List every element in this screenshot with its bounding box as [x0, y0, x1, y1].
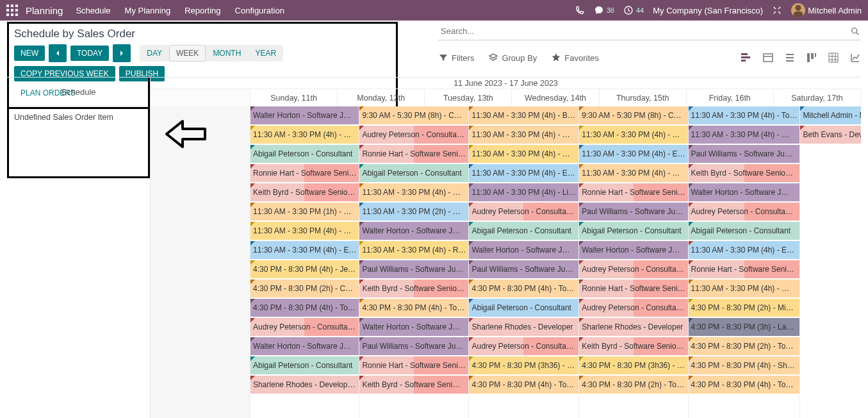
- schedule-slot[interactable]: Ronnie Hart - Software Seni…: [579, 183, 687, 203]
- phone-icon[interactable]: [575, 5, 585, 15]
- schedule-slot[interactable]: Keith Byrd - Software Seni…: [359, 376, 468, 395]
- schedule-slot[interactable]: Paul Williams - Software Ju…: [579, 203, 687, 222]
- schedule-slot[interactable]: 11:30 AM - 3:30 PM (4h) - …: [689, 280, 800, 299]
- schedule-slot[interactable]: 4:30 PM - 8:30 PM (4h) - Je…: [250, 260, 359, 280]
- schedule-slot[interactable]: 11:30 AM - 3:30 PM (4h) - R…: [359, 241, 468, 260]
- schedule-slot[interactable]: Mitchell Admin - Managem…: [800, 106, 861, 126]
- nav-item-reporting[interactable]: Reporting: [184, 6, 220, 15]
- nav-item-schedule[interactable]: Schedule: [76, 6, 110, 15]
- period-month-button[interactable]: MONTH: [206, 45, 248, 62]
- nav-item-configuration[interactable]: Configuration: [235, 6, 284, 15]
- search-icon[interactable]: [850, 26, 860, 37]
- schedule-slot[interactable]: Keith Byrd - Software Senio…: [250, 183, 359, 203]
- schedule-slot[interactable]: 4:30 PM - 8:30 PM (2h) - C…: [250, 280, 359, 299]
- next-button[interactable]: [113, 44, 131, 62]
- schedule-slot[interactable]: 4:30 PM - 8:30 PM (3h) - La…: [689, 318, 800, 337]
- schedule-slot[interactable]: Audrey Peterson - Consulta…: [469, 337, 578, 356]
- schedule-slot[interactable]: 9:30 AM - 5:30 PM (8h) - C…: [359, 106, 468, 126]
- schedule-slot[interactable]: Walter Horton - Software J…: [250, 337, 359, 356]
- schedule-slot[interactable]: 9:30 AM - 5:30 PM (8h) - C…: [579, 106, 687, 126]
- schedule-slot[interactable]: Ronnie Hart - Software Seni…: [359, 356, 468, 376]
- schedule-slot[interactable]: 4:30 PM - 8:30 PM (4h) - To…: [469, 376, 578, 395]
- new-button[interactable]: NEW: [14, 46, 45, 61]
- period-day-button[interactable]: DAY: [140, 45, 169, 62]
- schedule-slot[interactable]: Walter Horton - Software J…: [359, 222, 468, 241]
- schedule-slot[interactable]: 4:30 PM - 8:30 PM (4h) - To…: [250, 299, 359, 318]
- schedule-slot[interactable]: Walter Horton - Software J…: [469, 241, 578, 260]
- schedule-slot[interactable]: 4:30 PM - 8:30 PM (4h) - Sh…: [689, 356, 800, 376]
- schedule-slot[interactable]: Keith Byrd - Software Senio…: [359, 280, 468, 299]
- kanban-view-icon[interactable]: [807, 53, 817, 63]
- schedule-slot[interactable]: Sharlene Rhodes - Developer: [469, 318, 578, 337]
- list-view-icon[interactable]: [785, 53, 795, 63]
- schedule-slot[interactable]: 11:30 AM - 3:30 PM (4h) - …: [469, 126, 578, 145]
- schedule-slot[interactable]: 11:30 AM - 3:30 PM (4h) - E…: [579, 145, 687, 164]
- schedule-slot[interactable]: Abigail Peterson - Consultant: [250, 356, 359, 376]
- period-week-button[interactable]: WEEK: [169, 45, 206, 62]
- gantt-view-icon[interactable]: [741, 53, 751, 63]
- period-year-button[interactable]: YEAR: [248, 45, 283, 62]
- schedule-slot[interactable]: Sharlene Rhodes - Develop…: [250, 376, 359, 395]
- schedule-slot[interactable]: Audrey Peterson - Consulta…: [689, 203, 800, 222]
- schedule-slot[interactable]: Sharlene Rhodes - Developer: [579, 318, 687, 337]
- schedule-slot[interactable]: 4:30 PM - 8:30 PM (3h36) - …: [469, 356, 578, 376]
- prev-button[interactable]: [49, 44, 67, 62]
- schedule-slot[interactable]: 11:30 AM - 3:30 PM (4h) - …: [579, 126, 687, 145]
- schedule-slot[interactable]: Paul Williams - Software Ju…: [359, 260, 468, 280]
- schedule-slot[interactable]: 11:30 AM - 3:30 PM (4h) - …: [579, 164, 687, 183]
- user-menu[interactable]: Mitchell Admin: [791, 3, 862, 17]
- schedule-slot[interactable]: Abigail Peterson - Consultant: [469, 299, 578, 318]
- schedule-slot[interactable]: 4:30 PM - 8:30 PM (2h) - Mi…: [689, 299, 800, 318]
- schedule-slot[interactable]: Paul Williams - Software Ju…: [359, 337, 468, 356]
- app-name[interactable]: Planning: [26, 5, 63, 16]
- schedule-slot[interactable]: Walter Horton - Software J…: [689, 183, 800, 203]
- schedule-slot[interactable]: 4:30 PM - 8:30 PM (4h) - To…: [469, 280, 578, 299]
- schedule-slot[interactable]: 4:30 PM - 8:30 PM (3h36) - …: [579, 356, 687, 376]
- schedule-slot[interactable]: Keith Byrd - Software Senio…: [689, 164, 800, 183]
- activities-icon[interactable]: 44: [623, 5, 644, 15]
- schedule-slot[interactable]: 11:30 AM - 3:30 PM (4h) - Li…: [469, 183, 578, 203]
- schedule-slot[interactable]: Audrey Peterson - Consulta…: [250, 318, 359, 337]
- schedule-slot[interactable]: 11:30 AM - 3:30 PM (1h) - …: [250, 203, 359, 222]
- schedule-slot[interactable]: Paul Williams - Software Ju…: [469, 260, 578, 280]
- calendar-view-icon[interactable]: [763, 53, 773, 63]
- schedule-slot[interactable]: 4:30 PM - 8:30 PM (4h) - To…: [359, 299, 468, 318]
- schedule-slot[interactable]: 4:30 PM - 8:30 PM (4h) - To…: [689, 376, 800, 395]
- schedule-slot[interactable]: Paul Williams - Software Ju…: [689, 145, 800, 164]
- favorites-button[interactable]: Favorites: [551, 53, 598, 63]
- schedule-slot[interactable]: Audrey Peterson - Consulta…: [359, 126, 468, 145]
- schedule-slot[interactable]: Audrey Peterson - Consulta…: [579, 260, 687, 280]
- schedule-slot[interactable]: Ronnie Hart - Software Seni…: [689, 260, 800, 280]
- schedule-slot[interactable]: 11:30 AM - 3:30 PM (4h) - B…: [469, 106, 578, 126]
- schedule-slot[interactable]: Ronnie Hart - Software Seni…: [579, 280, 687, 299]
- pivot-view-icon[interactable]: [828, 53, 839, 63]
- schedule-slot[interactable]: Abigail Peterson - Consultant: [469, 222, 578, 241]
- schedule-slot[interactable]: 11:30 AM - 3:30 PM (4h) - …: [250, 126, 359, 145]
- today-button[interactable]: TODAY: [70, 46, 109, 61]
- messages-icon[interactable]: 38: [594, 5, 614, 15]
- schedule-slot[interactable]: 11:30 AM - 3:30 PM (4h) - …: [469, 145, 578, 164]
- schedule-slot[interactable]: 4:30 PM - 8:30 PM (2h) - To…: [579, 376, 687, 395]
- nav-item-my-planning[interactable]: My Planning: [125, 6, 171, 15]
- company-switcher[interactable]: My Company (San Francisco): [653, 6, 763, 15]
- schedule-slot[interactable]: 4:30 PM - 8:30 PM (2h) - To…: [689, 337, 800, 356]
- schedule-slot[interactable]: 11:30 AM - 3:30 PM (4h) - E…: [469, 164, 578, 183]
- schedule-slot[interactable]: Abigail Peterson - Consultant: [579, 222, 687, 241]
- schedule-slot[interactable]: 11:30 AM - 3:30 PM (4h) - E…: [250, 241, 359, 260]
- graph-view-icon[interactable]: [850, 53, 860, 63]
- schedule-slot[interactable]: Walter Horton - Software J…: [579, 241, 687, 260]
- schedule-slot[interactable]: Walter Horton - Software J…: [359, 318, 468, 337]
- schedule-slot[interactable]: Abigail Peterson - Consultant: [689, 222, 800, 241]
- sidebar-row[interactable]: Undefined Sales Order Item: [9, 106, 148, 128]
- schedule-slot[interactable]: Abigail Peterson - Consultant: [359, 164, 468, 183]
- filters-button[interactable]: Filters: [438, 53, 474, 63]
- schedule-slot[interactable]: Ronnie Hart - Software Seni…: [250, 164, 359, 183]
- groupby-button[interactable]: Group By: [488, 53, 537, 63]
- schedule-slot[interactable]: Abigail Peterson - Consultant: [250, 145, 359, 164]
- schedule-slot[interactable]: 11:30 AM - 3:30 PM (4h) - E…: [689, 241, 800, 260]
- schedule-slot[interactable]: Walter Horton - Software J…: [250, 106, 359, 126]
- schedule-slot[interactable]: Keith Byrd - Software Senio…: [579, 337, 687, 356]
- schedule-slot[interactable]: Audrey Peterson - Consulta…: [579, 299, 687, 318]
- search-input[interactable]: [438, 24, 850, 38]
- settings-icon[interactable]: [772, 5, 782, 15]
